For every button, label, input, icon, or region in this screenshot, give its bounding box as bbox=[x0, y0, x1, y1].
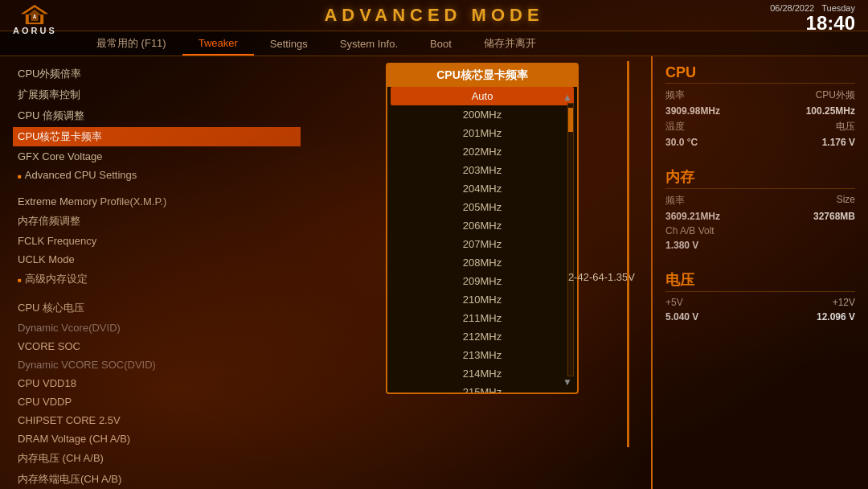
tab-boot[interactable]: Boot bbox=[414, 33, 468, 55]
page-title: ADVANCED MODE bbox=[324, 5, 543, 26]
dropdown-list[interactable]: ▲ Auto200MHz201MHz202MHz203MHz204MHz205M… bbox=[387, 87, 577, 392]
dropdown-item-203mhz[interactable]: 203MHz bbox=[387, 161, 577, 179]
datetime-area: 06/28/2022 Tuesday 18:40 bbox=[770, 3, 855, 34]
tab-settings[interactable]: Settings bbox=[254, 33, 324, 55]
side-value-label: 2-42-64-1.35V bbox=[568, 271, 635, 283]
dropdown-title: CPU核芯显卡频率 bbox=[387, 64, 577, 87]
dropdown-item-205mhz[interactable]: 205MHz bbox=[387, 198, 577, 216]
logo-area: A AORUS bbox=[13, 3, 57, 35]
header: A AORUS ADVANCED MODE 06/28/2022 Tuesday… bbox=[0, 0, 868, 31]
logo-text: AORUS bbox=[13, 26, 57, 35]
time-display: 18:40 bbox=[770, 13, 855, 34]
scrollbar-track[interactable] bbox=[567, 103, 574, 376]
dropdown-item-213mhz[interactable]: 213MHz bbox=[387, 346, 577, 364]
dropdown-item-210mhz[interactable]: 210MHz bbox=[387, 290, 577, 309]
dropdown-item-208mhz[interactable]: 208MHz bbox=[387, 253, 577, 272]
orange-vertical-bar bbox=[627, 61, 629, 447]
dropdown-item-auto[interactable]: Auto bbox=[391, 87, 574, 105]
dropdown-item-214mhz[interactable]: 214MHz bbox=[387, 364, 577, 383]
center-panel: CPU核芯显卡频率 ▲ Auto200MHz201MHz202MHz203MHz… bbox=[313, 56, 651, 489]
scrollbar-thumb[interactable] bbox=[568, 108, 573, 132]
dropdown-item-215mhz[interactable]: 215MHz bbox=[387, 383, 577, 392]
scroll-up-arrow[interactable]: ▲ bbox=[563, 92, 572, 103]
dropdown-item-209mhz[interactable]: 209MHz bbox=[387, 272, 577, 290]
dropdown-item-204mhz[interactable]: 204MHz bbox=[387, 179, 577, 198]
scroll-down-arrow[interactable]: ▼ bbox=[563, 376, 572, 388]
dropdown-item-200mhz[interactable]: 200MHz bbox=[387, 105, 577, 124]
dropdown-item-212mhz[interactable]: 212MHz bbox=[387, 327, 577, 346]
tab-system-info[interactable]: System Info. bbox=[324, 33, 414, 55]
dropdown-item-202mhz[interactable]: 202MHz bbox=[387, 142, 577, 161]
dropdown-item-211mhz[interactable]: 211MHz bbox=[387, 309, 577, 327]
tab-tweaker[interactable]: Tweaker bbox=[182, 32, 254, 55]
dropdown-container[interactable]: CPU核芯显卡频率 ▲ Auto200MHz201MHz202MHz203MHz… bbox=[386, 63, 579, 394]
dropdown-item-207mhz[interactable]: 207MHz bbox=[387, 235, 577, 253]
svg-text:A: A bbox=[33, 14, 37, 19]
dropdown-item-206mhz[interactable]: 206MHz bbox=[387, 216, 577, 235]
aorus-logo-icon: A bbox=[20, 3, 49, 26]
dropdown-item-201mhz[interactable]: 201MHz bbox=[387, 124, 577, 142]
tab-frequently-used[interactable]: 最常用的 (F11) bbox=[80, 31, 182, 55]
tab-save-exit[interactable]: 储存并离开 bbox=[468, 31, 552, 55]
